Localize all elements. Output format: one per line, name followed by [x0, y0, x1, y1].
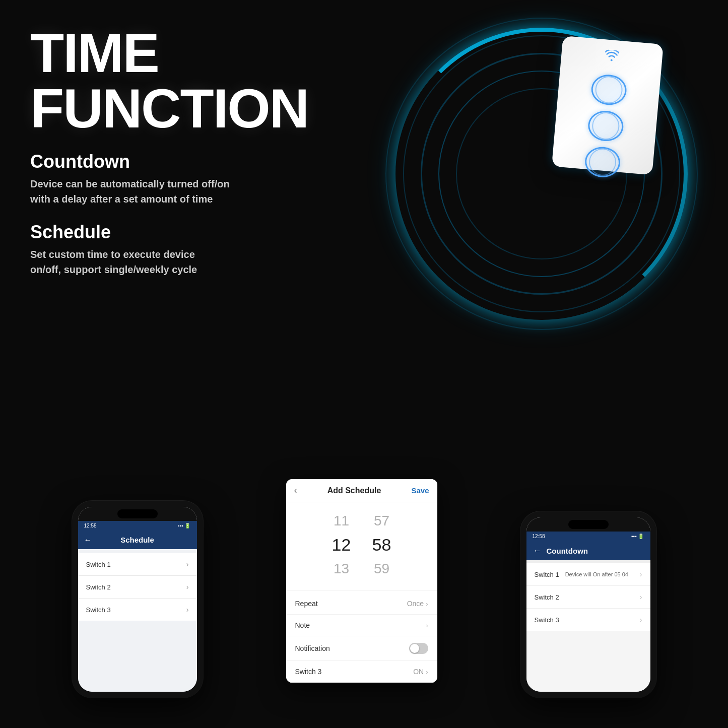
- chevron-icon: ›: [640, 616, 642, 624]
- header-title: Schedule: [120, 536, 154, 544]
- countdown-item-2[interactable]: Switch 2 ›: [526, 586, 650, 609]
- status-bar: 12:58 ▪▪▪ 🔋: [78, 521, 197, 531]
- list-spacer: [78, 549, 197, 553]
- list-item[interactable]: Switch 2 ›: [78, 576, 197, 599]
- device-button-1: [590, 73, 628, 106]
- list-item[interactable]: Switch 1 ›: [78, 553, 197, 576]
- schedule-desc: Set custom time to execute device on/off…: [30, 247, 282, 277]
- phones-area: 12:58 ▪▪▪ 🔋 ← Schedule Switch 1 › Switch…: [0, 479, 728, 698]
- countdown-title: Countdown: [547, 547, 588, 555]
- countdown-item-1[interactable]: Switch 1 Device will On after 05 04 ›: [526, 563, 650, 586]
- chevron-icon: ›: [426, 600, 428, 608]
- phone-countdown: 12:58 ▪▪▪ 🔋 ← Countdown Switch 1 Device …: [520, 511, 656, 698]
- smart-switch-device: [551, 36, 674, 186]
- notification-row[interactable]: Notification: [286, 636, 437, 661]
- chevron-icon: ›: [186, 606, 189, 614]
- time-row-1: 11 57: [286, 510, 437, 532]
- back-icon[interactable]: ‹: [294, 485, 297, 496]
- device-button-2: [587, 109, 625, 143]
- signal-icons: ▪▪▪ 🔋: [178, 523, 190, 528]
- phone-notch: [526, 517, 650, 532]
- phone-schedule: 12:58 ▪▪▪ 🔋 ← Schedule Switch 1 › Switch…: [72, 501, 203, 698]
- empty-area: [526, 631, 650, 692]
- back-button[interactable]: ←: [534, 546, 542, 555]
- divider: [286, 590, 437, 590]
- notch-pill: [117, 509, 158, 518]
- toggle-knob: [410, 644, 419, 653]
- schedule-heading: Schedule: [30, 222, 282, 243]
- device-body: [552, 36, 664, 175]
- chevron-icon: ›: [640, 570, 642, 578]
- status-bar: 12:58 ▪▪▪ 🔋: [526, 532, 650, 541]
- wifi-icon: [604, 49, 619, 64]
- countdown-header: ← Countdown: [526, 541, 650, 560]
- note-row[interactable]: Note ›: [286, 615, 437, 636]
- time-row-3: 13 59: [286, 558, 437, 580]
- notch-pill: [568, 520, 609, 529]
- phone-countdown-screen: 12:58 ▪▪▪ 🔋 ← Countdown Switch 1 Device …: [526, 517, 650, 692]
- countdown-item-3[interactable]: Switch 3 ›: [526, 609, 650, 631]
- schedule-title: Add Schedule: [327, 486, 381, 495]
- back-button[interactable]: ←: [84, 536, 92, 545]
- chevron-icon: ›: [186, 583, 189, 591]
- schedule-header: ← Schedule: [78, 531, 197, 549]
- repeat-row[interactable]: Repeat Once ›: [286, 593, 437, 615]
- save-button[interactable]: Save: [411, 486, 429, 495]
- chevron-icon: ›: [426, 668, 428, 676]
- item-left: Switch 1 Device will On after 05 04: [535, 571, 628, 578]
- switch3-row[interactable]: Switch 3 ON ›: [286, 661, 437, 683]
- time-row-2: 12 58: [286, 532, 437, 558]
- phone-schedule-screen: 12:58 ▪▪▪ 🔋 ← Schedule Switch 1 › Switch…: [78, 507, 197, 692]
- text-content: TIME FUNCTION Countdown Device can be au…: [30, 25, 282, 277]
- notification-toggle[interactable]: [409, 643, 428, 654]
- countdown-heading: Countdown: [30, 151, 282, 172]
- add-schedule-screen: ‹ Add Schedule Save 11 57 12 58 13: [286, 479, 437, 683]
- chevron-icon: ›: [426, 622, 428, 629]
- list-item[interactable]: Switch 3 ›: [78, 599, 197, 621]
- item-left: Switch 3: [535, 616, 559, 624]
- signal-icons: ▪▪▪ 🔋: [631, 534, 644, 539]
- chevron-icon: ›: [640, 593, 642, 601]
- main-title: TIME FUNCTION: [30, 25, 282, 136]
- list-empty-area: [78, 621, 197, 692]
- time-picker[interactable]: 11 57 12 58 13 59: [286, 502, 437, 587]
- phone-add-schedule: ‹ Add Schedule Save 11 57 12 58 13: [286, 479, 437, 683]
- chevron-icon: ›: [186, 560, 189, 568]
- item-left: Switch 2: [535, 593, 559, 601]
- device-button-3: [584, 146, 622, 179]
- schedule-header-bar: ‹ Add Schedule Save: [286, 479, 437, 502]
- countdown-desc: Device can be automatically turned off/o…: [30, 176, 282, 207]
- phone-notch: [78, 507, 197, 521]
